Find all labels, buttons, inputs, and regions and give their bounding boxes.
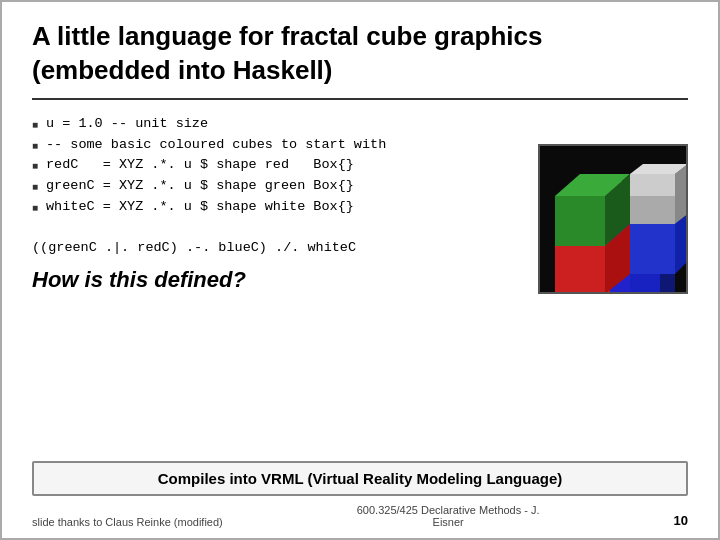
compiles-bar: Compiles into VRML (Virtual Reality Mode… [32,461,688,496]
svg-marker-17 [630,174,675,196]
title-section: A little language for fractal cube graph… [32,20,688,100]
svg-marker-15 [555,246,605,294]
svg-marker-23 [675,214,688,274]
how-defined-label: How is this defined? [32,267,518,293]
haskell-expression: ((greenC .|. redC) .-. blueC) ./. whiteC [32,240,518,255]
code-text: -- some basic coloured cubes to start wi… [46,135,386,156]
list-item: ■ whiteC = XYZ .*. u $ shape white Box{} [32,197,518,218]
left-content: ■ u = 1.0 -- unit size ■ -- some basic c… [32,114,518,451]
bullet-icon: ■ [32,201,38,217]
svg-marker-20 [675,164,688,224]
title-line1: A little language for fractal cube graph… [32,21,542,51]
bullet-icon: ■ [32,118,38,134]
footer: slide thanks to Claus Reinke (modified) … [32,504,688,528]
title-line2: (embedded into Haskell) [32,55,333,85]
bullet-icon: ■ [32,159,38,175]
footer-course: 600.325/425 Declarative Methods - J. Eis… [223,504,674,528]
code-text: greenC = XYZ .*. u $ shape green Box{} [46,176,354,197]
bullet-icon: ■ [32,180,38,196]
svg-marker-24 [630,274,675,294]
footer-credit: slide thanks to Claus Reinke (modified) [32,516,223,528]
slide-title: A little language for fractal cube graph… [32,20,688,88]
code-text: u = 1.0 -- unit size [46,114,208,135]
list-item: ■ -- some basic coloured cubes to start … [32,135,518,156]
bullet-icon: ■ [32,139,38,155]
list-item: ■ redC = XYZ .*. u $ shape red Box{} [32,155,518,176]
cube-svg [540,146,688,294]
bullet-list: ■ u = 1.0 -- unit size ■ -- some basic c… [32,114,518,219]
footer-page-number: 10 [674,513,688,528]
svg-marker-12 [555,196,605,246]
list-item: ■ greenC = XYZ .*. u $ shape green Box{} [32,176,518,197]
cube-visualization [538,144,688,294]
svg-marker-22 [630,224,675,274]
code-text: whiteC = XYZ .*. u $ shape white Box{} [46,197,354,218]
slide: A little language for fractal cube graph… [0,0,720,540]
list-item: ■ u = 1.0 -- unit size [32,114,518,135]
svg-marker-19 [630,196,675,224]
main-content: ■ u = 1.0 -- unit size ■ -- some basic c… [32,114,688,451]
cube-image-container [528,114,688,451]
code-text: redC = XYZ .*. u $ shape red Box{} [46,155,354,176]
